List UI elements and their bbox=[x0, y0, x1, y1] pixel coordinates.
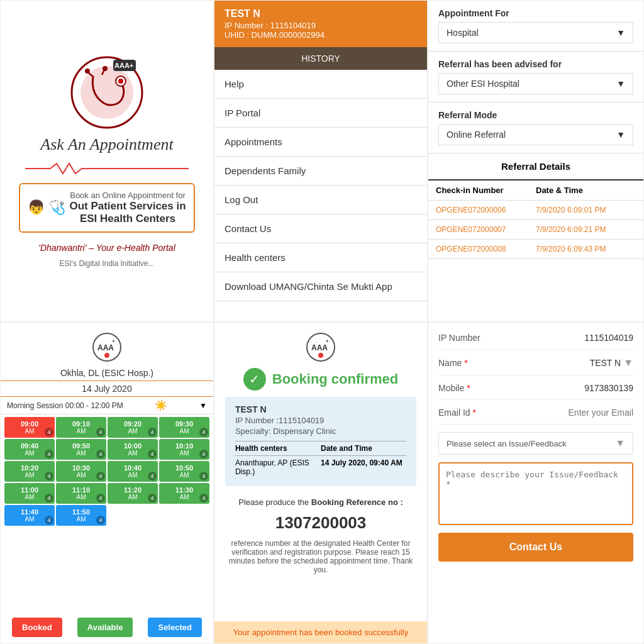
tagline-line3: ESI Health Centers bbox=[69, 213, 186, 225]
chevron-down-icon: ▼ bbox=[616, 28, 625, 38]
referral-row-1: OPGENE072000006 7/9/2020 6:09:01 PM bbox=[428, 201, 643, 220]
history-button[interactable]: HISTORY bbox=[214, 47, 427, 70]
referral-mode-select[interactable]: Online Referral ▼ bbox=[438, 124, 633, 145]
email-field[interactable] bbox=[523, 408, 633, 418]
legend-available: Available bbox=[77, 618, 133, 637]
menu-ip: IP Number : 1115104019 bbox=[225, 21, 417, 30]
menu-user-name: TEST N bbox=[225, 8, 417, 19]
contact-mobile-value: 9173830139 bbox=[584, 383, 633, 393]
contact-ip-value: 1115104019 bbox=[584, 333, 633, 343]
svg-point-7 bbox=[103, 66, 108, 71]
booking-confirmed-row: ✓ Booking confirmed bbox=[243, 368, 398, 391]
chevron-down-icon: ▼ bbox=[615, 438, 625, 449]
referral-mode-label: Referral Mode bbox=[438, 110, 633, 120]
time-slot[interactable]: 11:50AM4 bbox=[56, 505, 106, 526]
aaa-logo-booking: AAA + bbox=[305, 331, 336, 363]
booking-datetime: 14 July 2020, 09:40 AM bbox=[321, 456, 406, 479]
referral-advised-select[interactable]: Other ESI Hospital ▼ bbox=[438, 73, 633, 94]
booking-user-name: TEST N bbox=[235, 404, 406, 414]
referral-details-header: Referral Details bbox=[428, 153, 643, 180]
time-slot[interactable]: 09:50AM4 bbox=[56, 439, 106, 460]
contact-panel: IP Number 1115104019 Name TEST N ▼ Mobil… bbox=[428, 322, 644, 644]
stethoscope-icon: AAA+ bbox=[69, 55, 145, 130]
contact-mobile-label: Mobile bbox=[438, 383, 470, 393]
svg-point-13 bbox=[104, 353, 109, 358]
time-slot[interactable]: 09:20AM4 bbox=[108, 417, 158, 438]
time-slot[interactable]: 10:40AM4 bbox=[108, 461, 158, 482]
legend-selected: Selected bbox=[148, 618, 201, 637]
app-logo-panel: AAA+ Ask An Appointment 👦 🩺 Book an Onli… bbox=[0, 0, 214, 322]
menu-item-download[interactable]: Download UMANG/Chinta Se Mukti App bbox=[214, 272, 427, 301]
esic-text: ESI's Digital India Initiative... bbox=[59, 259, 154, 268]
time-slot[interactable]: 11:40AM4 bbox=[4, 505, 55, 526]
contact-name-label: Name bbox=[438, 358, 468, 368]
svg-text:+: + bbox=[112, 338, 115, 344]
svg-text:AAA: AAA bbox=[311, 343, 328, 352]
check-icon: ✓ bbox=[243, 368, 266, 391]
chevron-down-icon: ▼ bbox=[623, 357, 633, 369]
booking-ip: IP Number :1115104019 bbox=[235, 416, 406, 425]
feedback-textarea[interactable] bbox=[438, 462, 633, 525]
menu-item-health-centers[interactable]: Health centers bbox=[214, 243, 427, 272]
dhanwantri-tagline: 'Dhanwantri' – Your e-Health Portal bbox=[38, 243, 175, 253]
chevron-down-icon: ▼ bbox=[199, 401, 207, 410]
time-slot[interactable]: 10:10AM4 bbox=[159, 439, 209, 460]
chevron-down-icon: ▼ bbox=[616, 79, 625, 89]
issue-select-row[interactable]: Please select an Issue/Feedback ▼ bbox=[438, 432, 633, 455]
referral-panel: Appointment For Hospital ▼ Referral has … bbox=[428, 0, 644, 322]
booking-aaa-logo: AAA + bbox=[305, 331, 336, 363]
booking-panel: AAA + ✓ Booking confirmed TEST N IP Numb… bbox=[214, 322, 428, 644]
time-slot[interactable]: 11:30AM4 bbox=[159, 483, 209, 504]
ecg-icon bbox=[25, 162, 189, 175]
slots-grid: 09:00AM409:10AM409:20AM409:30AM409:40AM4… bbox=[1, 414, 213, 528]
svg-point-3 bbox=[118, 79, 123, 84]
time-slot[interactable]: 09:40AM4 bbox=[4, 439, 55, 460]
contact-email-label: Email Id bbox=[438, 408, 476, 418]
menu-item-help[interactable]: Help bbox=[214, 70, 427, 99]
aaa-logo-small: AAA + bbox=[91, 331, 123, 363]
time-slot[interactable]: 09:30AM4 bbox=[159, 417, 209, 438]
appointment-for-select[interactable]: Hospital ▼ bbox=[438, 22, 633, 43]
booking-detail-box: TEST N IP Number :1115104019 Specialty: … bbox=[225, 397, 416, 486]
time-slot[interactable]: 10:20AM4 bbox=[4, 461, 55, 482]
appointment-for-label: Appointment For bbox=[438, 8, 633, 18]
time-slot[interactable]: 10:00AM4 bbox=[108, 439, 158, 460]
time-slot[interactable]: 11:00AM4 bbox=[4, 483, 55, 504]
referral-row-3: OPGENE072000008 7/9/2020 6:09:43 PM bbox=[428, 240, 643, 259]
booking-success-banner: Your appointment has been booked success… bbox=[214, 621, 427, 643]
appointment-for-section: Appointment For Hospital ▼ bbox=[428, 1, 643, 52]
legend-booked: Booked bbox=[12, 618, 62, 637]
time-slot[interactable]: 10:50AM4 bbox=[159, 461, 209, 482]
svg-text:AAA+: AAA+ bbox=[114, 62, 133, 69]
menu-item-dependents[interactable]: Dependents Family bbox=[214, 157, 427, 186]
booking-ref-number: 1307200003 bbox=[275, 513, 367, 533]
booking-specialty: Specialty: Dispensary Clinic bbox=[235, 426, 406, 436]
menu-item-contact[interactable]: Contact Us bbox=[214, 214, 427, 243]
menu-header: TEST N IP Number : 1115104019 UHID : DUM… bbox=[214, 1, 427, 47]
contact-us-button[interactable]: Contact Us bbox=[438, 533, 633, 562]
slots-legend: Booked Available Selected bbox=[1, 611, 213, 643]
menu-item-appointments[interactable]: Appointments bbox=[214, 128, 427, 157]
time-slot[interactable]: 10:30AM4 bbox=[56, 461, 106, 482]
referral-mode-section: Referral Mode Online Referral ▼ bbox=[428, 103, 643, 153]
booking-note: reference number at the designated Healt… bbox=[214, 539, 427, 574]
app-title: Ask An Appointment bbox=[40, 135, 173, 154]
tagline-line1: Book an Online Appointment for bbox=[69, 191, 186, 200]
contact-mobile-row: Mobile 9173830139 bbox=[438, 383, 633, 400]
slots-date: 14 July 2020 bbox=[1, 380, 213, 397]
menu-panel: TEST N IP Number : 1115104019 UHID : DUM… bbox=[214, 0, 428, 322]
booking-confirmed-text: Booking confirmed bbox=[272, 371, 398, 387]
time-slot[interactable]: 11:20AM4 bbox=[108, 483, 158, 504]
sun-icon: ☀️ bbox=[155, 399, 167, 411]
referral-table-header: Check-in Number Date & Time bbox=[428, 180, 643, 201]
svg-point-17 bbox=[318, 353, 323, 358]
menu-item-logout[interactable]: Log Out bbox=[214, 186, 427, 214]
referral-advised-label: Referral has been advised for bbox=[438, 59, 633, 69]
referral-row-2: OPGENE072000007 7/9/2020 6:09:21 PM bbox=[428, 220, 643, 240]
slots-aaa-logo: AAA + bbox=[91, 331, 123, 363]
time-slot[interactable]: 11:10AM4 bbox=[56, 483, 106, 504]
tagline-line2: Out Patient Services in bbox=[69, 200, 186, 213]
time-slot[interactable]: 09:00AM4 bbox=[4, 417, 55, 438]
time-slot[interactable]: 09:10AM4 bbox=[56, 417, 106, 438]
menu-item-ip-portal[interactable]: IP Portal bbox=[214, 99, 427, 128]
